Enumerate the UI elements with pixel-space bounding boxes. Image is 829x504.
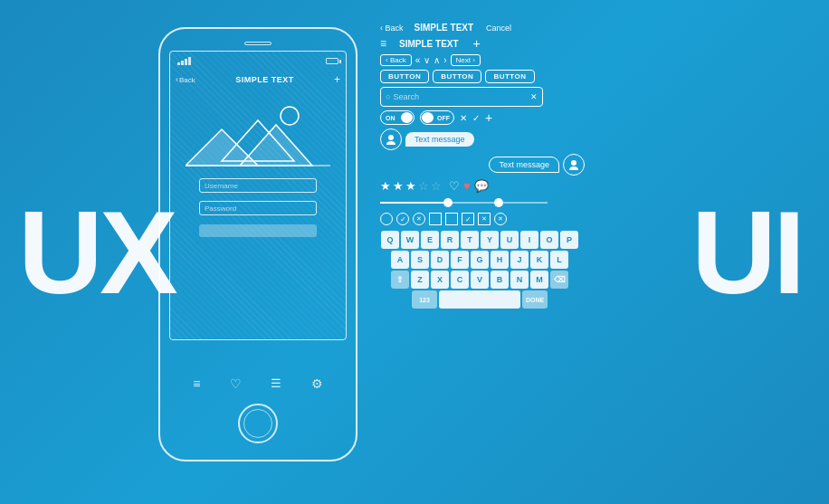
key-s[interactable]: S <box>411 251 429 269</box>
main-container: UX UI ‹ Back <box>0 0 829 504</box>
phone-add-button[interactable]: + <box>334 73 340 86</box>
phone-mockup: ‹ Back SIMPLE TEXT + <box>158 27 367 471</box>
key-y[interactable]: Y <box>481 231 499 249</box>
star-3: ★ <box>405 179 416 193</box>
key-p[interactable]: P <box>560 231 578 249</box>
key-r[interactable]: R <box>441 231 459 249</box>
heart-outline-icon[interactable]: ♡ <box>449 179 460 193</box>
star-1: ★ <box>380 179 391 193</box>
phone-home-button[interactable] <box>238 404 278 443</box>
key-v[interactable]: V <box>471 271 489 289</box>
plus-icon: + <box>485 110 492 125</box>
top-cancel-button[interactable]: Cancel <box>486 24 511 33</box>
key-done[interactable]: DONE <box>522 290 548 309</box>
svg-point-5 <box>388 135 394 140</box>
key-h[interactable]: H <box>491 251 509 269</box>
ux-label: UX <box>18 194 175 311</box>
star-rating[interactable]: ★ ★ ★ ☆ ☆ <box>380 179 442 193</box>
slider-thumb-left[interactable] <box>443 198 453 207</box>
key-space[interactable] <box>439 290 520 309</box>
nav-down-icon[interactable]: ∨ <box>424 55 430 65</box>
phone-hero-image <box>176 92 340 174</box>
key-shift[interactable]: ⇧ <box>391 271 409 289</box>
key-backspace[interactable]: ⌫ <box>550 271 568 289</box>
login-button[interactable] <box>199 224 317 237</box>
nav-menu-icon[interactable]: ≡ <box>193 376 200 391</box>
toggle-on[interactable]: ON <box>380 110 414 125</box>
key-m[interactable]: M <box>530 271 548 289</box>
keyboard-row-3: ⇧ Z X C V B N M ⌫ <box>380 271 579 289</box>
avatar-received <box>380 128 402 150</box>
checkbox-empty[interactable] <box>429 213 442 225</box>
chat-received-row: Text message <box>380 128 588 150</box>
avatar-sent <box>563 154 585 176</box>
key-l[interactable]: L <box>550 251 568 269</box>
phone-page-title: SIMPLE TEXT <box>199 75 330 84</box>
button-3[interactable]: BUTTON <box>485 70 534 83</box>
ratings-row: ★ ★ ★ ☆ ☆ ♡ ♥ 💬 <box>380 179 588 193</box>
password-field[interactable]: Password <box>199 201 317 215</box>
nav-list-icon[interactable]: ☰ <box>271 376 281 391</box>
key-j[interactable]: J <box>510 251 529 269</box>
key-w[interactable]: W <box>401 231 419 249</box>
key-a[interactable]: A <box>391 251 409 269</box>
key-q[interactable]: Q <box>381 231 399 249</box>
search-bar[interactable]: ○ Search ✕ <box>380 87 543 107</box>
star-5: ☆ <box>431 179 442 193</box>
search-row: ○ Search ✕ <box>380 87 588 107</box>
nav-prev-icon[interactable]: « <box>415 55 421 65</box>
toggle-off[interactable]: OFF <box>420 110 454 125</box>
phone-bottom-nav: ≡ ♡ ☰ ⚙ <box>169 369 347 398</box>
key-z[interactable]: Z <box>411 271 429 289</box>
button-2[interactable]: BUTTON <box>433 70 481 83</box>
slider-thumb-right[interactable] <box>494 198 503 207</box>
heart-filled-icon[interactable]: ♥ <box>463 179 471 193</box>
checkbox-checked[interactable] <box>462 213 474 225</box>
nav-up-icon[interactable]: ∧ <box>434 55 440 65</box>
key-x[interactable]: X <box>431 271 449 289</box>
checkbox-empty-2[interactable] <box>445 213 458 225</box>
nav-next-button[interactable]: Next › <box>451 54 481 66</box>
speech-bubble-icon[interactable]: 💬 <box>474 179 489 193</box>
slider-row <box>380 196 588 209</box>
username-field[interactable]: Username <box>199 178 317 193</box>
key-k[interactable]: K <box>530 251 548 269</box>
checkbox-x[interactable] <box>478 213 491 225</box>
star-4: ☆ <box>418 179 429 193</box>
navigation-row: ‹ Back « ∨ ∧ › Next › <box>380 54 588 66</box>
key-c[interactable]: C <box>451 271 469 289</box>
key-o[interactable]: O <box>540 231 558 249</box>
star-2: ★ <box>393 179 404 193</box>
key-n[interactable]: N <box>510 271 529 289</box>
radio-empty[interactable] <box>380 213 393 225</box>
phone-screen: ‹ Back SIMPLE TEXT + <box>169 51 347 340</box>
key-g[interactable]: G <box>471 251 489 269</box>
key-f[interactable]: F <box>451 251 469 269</box>
key-t[interactable]: T <box>461 231 479 249</box>
radio-x[interactable] <box>413 213 425 225</box>
search-placeholder: Search <box>393 92 530 101</box>
menu-add-button[interactable]: + <box>473 36 481 51</box>
key-d[interactable]: D <box>431 251 449 269</box>
key-u[interactable]: U <box>500 231 519 249</box>
battery-icon <box>326 58 338 64</box>
nav-heart-icon[interactable]: ♡ <box>230 376 242 391</box>
nav-forward-icon[interactable]: › <box>443 55 446 65</box>
search-clear-icon[interactable]: ✕ <box>530 92 538 101</box>
phone-back-button[interactable]: ‹ Back <box>176 75 195 84</box>
range-slider[interactable] <box>380 196 548 209</box>
circle-x[interactable] <box>494 213 507 225</box>
top-back-button[interactable]: ‹ Back <box>380 24 404 33</box>
menu-icon[interactable]: ≡ <box>380 37 386 50</box>
button-1[interactable]: BUTTON <box>380 70 429 83</box>
radio-checked[interactable] <box>396 213 409 225</box>
key-e[interactable]: E <box>421 231 439 249</box>
keyboard-row-1: Q W E R T Y U I O P <box>380 231 579 249</box>
checkbox-row <box>380 213 588 225</box>
nav-settings-icon[interactable]: ⚙ <box>311 376 323 391</box>
key-b[interactable]: B <box>491 271 509 289</box>
toggle-on-label: ON <box>386 115 395 121</box>
key-123[interactable]: 123 <box>412 290 437 309</box>
key-i[interactable]: I <box>520 231 538 249</box>
nav-back-button[interactable]: ‹ Back <box>380 54 412 66</box>
